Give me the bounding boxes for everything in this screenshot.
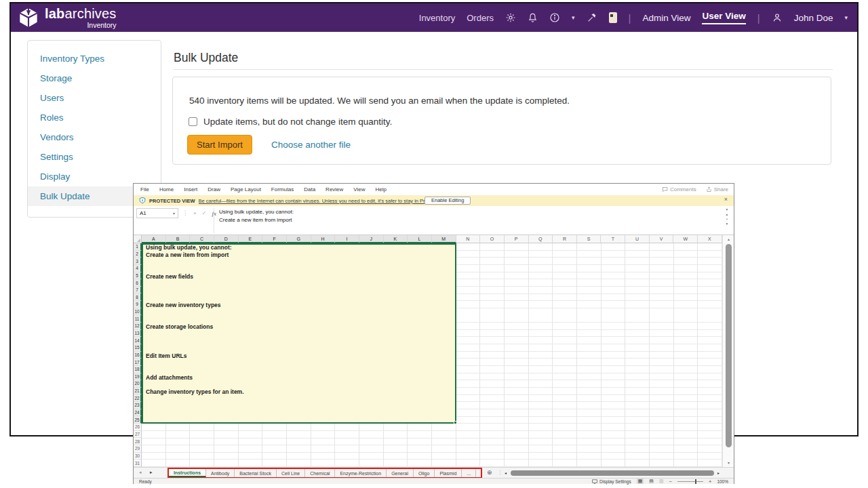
column-header-r[interactable]: R <box>553 235 577 243</box>
add-sheet-icon[interactable]: ⊕ <box>487 469 492 476</box>
sheet-cells[interactable]: Using bulk update, you cannot:Create a n… <box>142 243 722 467</box>
horizontal-scrollbar-thumb[interactable] <box>511 470 714 476</box>
ribbon-tab-insert[interactable]: Insert <box>184 186 197 192</box>
column-header-a[interactable]: A <box>142 235 166 243</box>
sidebar-item-roles[interactable]: Roles <box>28 108 161 127</box>
column-header-c[interactable]: C <box>190 235 214 243</box>
row-header-28[interactable]: 28 <box>134 438 142 445</box>
row-header-17[interactable]: 17 <box>134 359 142 366</box>
sheet-tab-plasmid[interactable]: Plasmid <box>435 469 462 477</box>
select-all-corner[interactable] <box>134 235 142 243</box>
page-layout-view-icon[interactable]: ▤ <box>649 479 654 484</box>
column-header-m[interactable]: M <box>432 235 456 243</box>
enter-check-icon[interactable]: ✓ <box>202 210 207 216</box>
row-header-23[interactable]: 23 <box>134 402 142 409</box>
user-avatar-icon[interactable] <box>772 12 783 23</box>
column-header-x[interactable]: X <box>698 235 722 243</box>
row-header-5[interactable]: 5 <box>134 272 142 280</box>
column-header-q[interactable]: Q <box>529 235 553 243</box>
row-header-9[interactable]: 9 <box>134 301 142 308</box>
row-headers[interactable]: 1234567891011121314151617181920212223242… <box>134 243 142 467</box>
vertical-scrollbar[interactable]: ▴ ▾ <box>722 235 734 467</box>
nav-link-orders[interactable]: Orders <box>467 13 494 23</box>
normal-view-icon[interactable]: ▦ <box>637 479 644 484</box>
ribbon-tab-file[interactable]: File <box>140 186 149 192</box>
row-header-15[interactable]: 15 <box>134 344 142 352</box>
row-header-16[interactable]: 16 <box>134 352 142 359</box>
column-header-h[interactable]: H <box>311 235 336 243</box>
start-import-button[interactable]: Start Import <box>187 135 252 155</box>
row-header-6[interactable]: 6 <box>134 279 142 287</box>
formula-content[interactable]: Using bulk update, you cannot: Create a … <box>214 208 294 233</box>
column-header-e[interactable]: E <box>239 235 263 243</box>
row-header-14[interactable]: 14 <box>134 337 142 344</box>
column-header-p[interactable]: P <box>505 235 529 243</box>
row-header-10[interactable]: 10 <box>134 308 142 316</box>
formula-bar-controls[interactable]: ▾ ▴ • ▾ <box>723 207 731 226</box>
row-header-21[interactable]: 21 <box>134 388 142 395</box>
fill-handle[interactable] <box>454 421 457 424</box>
row-header-12[interactable]: 12 <box>134 323 142 330</box>
info-icon[interactable] <box>549 12 560 23</box>
info-caret-icon[interactable]: ▾ <box>572 14 575 21</box>
zoom-percentage[interactable]: 100% <box>717 479 728 484</box>
sidebar-item-users[interactable]: Users <box>28 88 161 108</box>
row-header-30[interactable]: 30 <box>134 453 142 460</box>
quantity-checkbox[interactable] <box>189 117 197 126</box>
column-header-t[interactable]: T <box>601 235 625 243</box>
sheet-options-icon[interactable]: ⋮ <box>498 470 502 475</box>
cancel-icon[interactable]: × <box>193 210 197 216</box>
zoom-out-icon[interactable]: − <box>669 479 672 485</box>
sheet-tab-chemical[interactable]: Chemical <box>305 469 335 477</box>
column-header-k[interactable]: K <box>384 235 408 243</box>
row-header-3[interactable]: 3 <box>134 258 142 265</box>
row-header-27[interactable]: 27 <box>134 431 142 439</box>
row-header-25[interactable]: 25 <box>134 416 142 424</box>
nav-link-inventory[interactable]: Inventory <box>419 13 455 23</box>
row-header-11[interactable]: 11 <box>134 315 142 323</box>
banner-close-icon[interactable]: × <box>724 196 728 203</box>
row-header-2[interactable]: 2 <box>134 251 142 258</box>
ribbon-tab-view[interactable]: View <box>353 186 365 192</box>
sheet-tab-bacterial-stock[interactable]: Bacterial Stock <box>235 469 277 477</box>
user-name[interactable]: John Doe <box>794 13 833 23</box>
column-header-s[interactable]: S <box>577 235 601 243</box>
row-header-20[interactable]: 20 <box>134 380 142 388</box>
hscroll-right-icon[interactable]: ▸ <box>717 470 719 475</box>
tools-hammer-icon[interactable] <box>587 12 597 23</box>
column-header-n[interactable]: N <box>456 235 481 243</box>
row-header-18[interactable]: 18 <box>134 366 142 373</box>
column-header-j[interactable]: J <box>359 235 384 243</box>
ribbon-tab-home[interactable]: Home <box>159 186 174 192</box>
column-header-d[interactable]: D <box>214 235 239 243</box>
quantity-checkbox-row[interactable]: Update items, but do not change item qua… <box>189 117 392 127</box>
sidebar-item-inventory-types[interactable]: Inventory Types <box>28 49 161 68</box>
row-header-26[interactable]: 26 <box>134 424 142 431</box>
column-header-w[interactable]: W <box>673 235 698 243</box>
column-header-l[interactable]: L <box>408 235 432 243</box>
enable-editing-button[interactable]: Enable Editing <box>425 197 471 205</box>
column-header-i[interactable]: I <box>335 235 359 243</box>
zoom-in-icon[interactable]: + <box>709 479 711 485</box>
gear-icon[interactable] <box>505 12 516 23</box>
sidebar-item-vendors[interactable]: Vendors <box>28 127 161 147</box>
user-menu-caret-icon[interactable]: ▾ <box>844 14 848 21</box>
choose-another-file-link[interactable]: Choose another file <box>271 140 351 150</box>
selected-range[interactable]: Using bulk update, you cannot:Create a n… <box>142 243 456 424</box>
zoom-slider[interactable] <box>677 481 703 482</box>
row-header-22[interactable]: 22 <box>134 394 142 402</box>
brand[interactable]: labarchives Inventory <box>18 7 117 29</box>
ribbon-tab-help[interactable]: Help <box>376 186 387 192</box>
row-header-29[interactable]: 29 <box>134 445 142 453</box>
worksheet-grid[interactable]: ABCDEFGHIJKLMNOPQRSTUVWX 123456789101112… <box>134 235 722 467</box>
user-view-link[interactable]: User View <box>702 11 745 24</box>
row-header-24[interactable]: 24 <box>134 409 142 417</box>
column-header-u[interactable]: U <box>625 235 650 243</box>
sheet-next-icon[interactable]: ▸ <box>150 470 153 475</box>
column-header-v[interactable]: V <box>650 235 674 243</box>
column-header-o[interactable]: O <box>480 235 505 243</box>
column-header-g[interactable]: G <box>287 235 311 243</box>
name-box[interactable]: A1 ▾ <box>136 208 178 218</box>
scrollbar-down-icon[interactable]: ▾ <box>723 460 734 465</box>
horizontal-scrollbar[interactable] <box>511 470 714 476</box>
